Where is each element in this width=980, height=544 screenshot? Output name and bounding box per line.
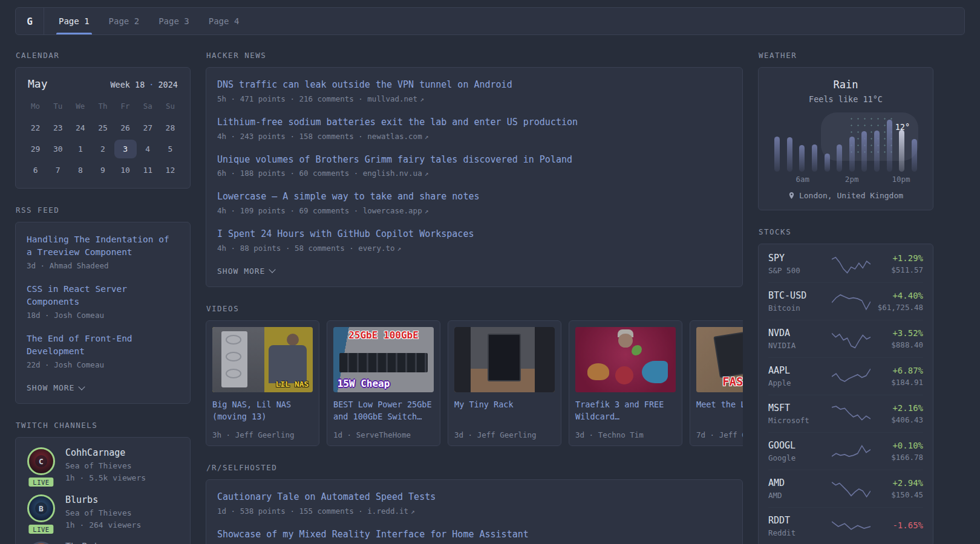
hn-item: DNS traffic can leak outside the VPN tun… [217, 79, 731, 103]
calendar-day: 30 [47, 140, 69, 158]
stock-ticker[interactable]: RDDT [768, 515, 831, 526]
video-thumbnail[interactable] [575, 327, 676, 392]
hn-item-meta: 4h · 243 points · 158 comments · newatla… [217, 132, 422, 141]
twitch-channel-name[interactable]: ThePrimeagen [65, 542, 131, 544]
weather-bar [799, 145, 805, 172]
tab-page-1[interactable]: Page 1 [59, 8, 90, 34]
calendar-day: 25 [91, 118, 114, 137]
weather-bar [812, 144, 817, 172]
calendar-day: 6 [24, 161, 47, 180]
stocks-widget: STOCKS SPYS&P 500+1.29%$511.57BTC-USDBit… [758, 227, 933, 544]
video-thumbnail[interactable] [454, 327, 555, 392]
weather-bar [912, 139, 917, 172]
stock-row: SPYS&P 500+1.29%$511.57 [768, 245, 923, 282]
avatar-initial: C [35, 455, 47, 467]
stock-ticker[interactable]: BTC-USD [768, 290, 831, 301]
calendar-weekday: Sa [137, 99, 159, 114]
twitch-avatar[interactable] [27, 542, 55, 544]
calendar-grid: MoTuWeThFrSaSu22232425262728293012345678… [24, 99, 181, 180]
stock-change: +0.10% [871, 441, 923, 450]
stock-name: Microsoft [768, 416, 831, 425]
twitch-channel-row: ThePrimeagen [25, 542, 180, 544]
stock-name: NVIDIA [768, 341, 831, 350]
twitch-title: TWITCH CHANNELS [16, 421, 191, 430]
calendar-day: 1 [69, 140, 91, 158]
calendar-week: Week 18 [110, 80, 145, 89]
video-title-link[interactable]: Big NAS, Lil NAS (moving 13) [212, 398, 313, 423]
rss-item: The End of Front-End Development 22d · J… [27, 332, 179, 369]
calendar-day: 27 [137, 118, 159, 137]
stock-ticker[interactable]: GOOGL [768, 440, 831, 451]
hn-item: Unique volumes of Brothers Grimm fairy t… [217, 154, 731, 178]
stock-row: RDDTReddit-1.65% [768, 507, 923, 544]
app-logo[interactable]: G [16, 8, 44, 34]
video-title-link[interactable]: Traefik 3 and FREE Wildcard… [575, 398, 676, 423]
video-title-link[interactable]: My Tiny Rack [454, 398, 555, 410]
video-title-link[interactable]: Meet the Linux Clu [696, 398, 743, 410]
video-meta: 1d · ServeTheHome [333, 430, 434, 439]
stock-ticker[interactable]: SPY [768, 253, 831, 264]
twitch-game: Sea of Thieves [65, 460, 146, 472]
rss-item-link[interactable]: The End of Front-End Development [27, 332, 179, 358]
reddit-item-link[interactable]: Showcase of my Mixed Reality Interface f… [217, 528, 731, 542]
video-card: 25GbE 100GbE 15W Cheap BEST Low Power 25… [327, 320, 440, 446]
stock-change: +2.94% [871, 478, 923, 488]
stock-ticker[interactable]: NVDA [768, 328, 831, 338]
rss-title: RSS FEED [16, 206, 191, 215]
rss-feed-widget: RSS FEED Handling The Indentation of a T… [15, 206, 191, 404]
weather-bar [837, 144, 842, 172]
twitch-avatar[interactable]: B [27, 494, 55, 522]
top-nav: G Page 1 Page 2 Page 3 Page 4 [15, 7, 965, 35]
calendar-weekday: Mo [24, 99, 47, 114]
stock-sparkline [831, 367, 871, 386]
rss-item: CSS in React Server Components 18d · Jos… [27, 283, 179, 320]
location-pin-icon [788, 192, 795, 199]
rss-show-more-button[interactable]: SHOW MORE [27, 383, 84, 392]
right-column: WEATHER Rain Feels like 11°C 6am2pm10pm1… [758, 51, 933, 544]
video-title-link[interactable]: BEST Low Power 25GbE and 100GbE Switch… [333, 398, 434, 423]
twitch-channel-name[interactable]: CohhCarnage [65, 447, 146, 458]
hn-item-link[interactable]: Lowercase – A simple way to take and sha… [217, 190, 731, 204]
rss-item-link[interactable]: CSS in React Server Components [27, 283, 179, 308]
rss-item-meta: 18d · Josh Comeau [27, 311, 179, 320]
tab-page-2[interactable]: Page 2 [109, 8, 140, 34]
tab-page-4[interactable]: Page 4 [209, 8, 240, 34]
rss-item-link[interactable]: Handling The Indentation of a Treeview C… [27, 233, 179, 259]
hacker-news-widget: HACKER NEWS DNS traffic can leak outside… [206, 51, 743, 287]
stock-row: BTC-USDBitcoin+4.40%$61,725.48 [768, 282, 923, 320]
stock-name: Apple [768, 378, 831, 387]
weather-bar [874, 131, 880, 172]
hn-item-link[interactable]: I Spent 24 Hours with GitHub Copilot Wor… [217, 228, 731, 241]
stocks-title: STOCKS [759, 227, 933, 236]
stock-change: +4.40% [871, 291, 923, 300]
reddit-item-link[interactable]: Cautionary Tale on Automated Speed Tests [217, 491, 731, 504]
stock-ticker[interactable]: MSFT [768, 403, 831, 413]
calendar-title: CALENDAR [16, 51, 191, 60]
calendar-day: 4 [137, 140, 159, 158]
tab-page-3[interactable]: Page 3 [158, 8, 189, 34]
hn-item: Lithium-free sodium batteries exit the l… [217, 116, 731, 141]
hn-item-link[interactable]: DNS traffic can leak outside the VPN tun… [217, 79, 731, 92]
hn-show-more-button[interactable]: SHOW MORE [217, 267, 275, 276]
rss-item-meta: 3d · Ahmad Shadeed [27, 261, 179, 270]
calendar-day: 9 [91, 161, 114, 180]
selfhosted-widget: /R/SELFHOSTED Cautionary Tale on Automat… [206, 463, 743, 544]
stock-name: S&P 500 [768, 266, 831, 275]
rss-item: Handling The Indentation of a Treeview C… [27, 233, 179, 270]
stock-ticker[interactable]: AAPL [768, 365, 831, 376]
video-thumbnail[interactable]: LIL NAS [212, 327, 313, 392]
stock-ticker[interactable]: AMD [768, 478, 831, 488]
video-thumbnail[interactable]: FAST [696, 327, 743, 392]
stock-row: AMDAMD+2.94%$150.45 [768, 470, 923, 507]
weather-widget: WEATHER Rain Feels like 11°C 6am2pm10pm1… [758, 51, 933, 210]
twitch-widget: TWITCH CHANNELS C LIVE CohhCarnage Sea o… [15, 421, 191, 544]
calendar-weekday: Su [159, 99, 181, 114]
hn-item-link[interactable]: Unique volumes of Brothers Grimm fairy t… [217, 154, 731, 167]
video-thumbnail[interactable]: 25GbE 100GbE 15W Cheap [333, 327, 434, 392]
video-meta: 3d · Jeff Geerling [454, 430, 555, 439]
twitch-channel-name[interactable]: Blurbs [65, 494, 141, 505]
twitch-avatar[interactable]: C [27, 447, 55, 475]
stock-row: AAPLApple+6.87%$184.91 [768, 357, 923, 395]
stock-change: +6.87% [871, 366, 923, 375]
hn-item-link[interactable]: Lithium-free sodium batteries exit the l… [217, 116, 731, 129]
